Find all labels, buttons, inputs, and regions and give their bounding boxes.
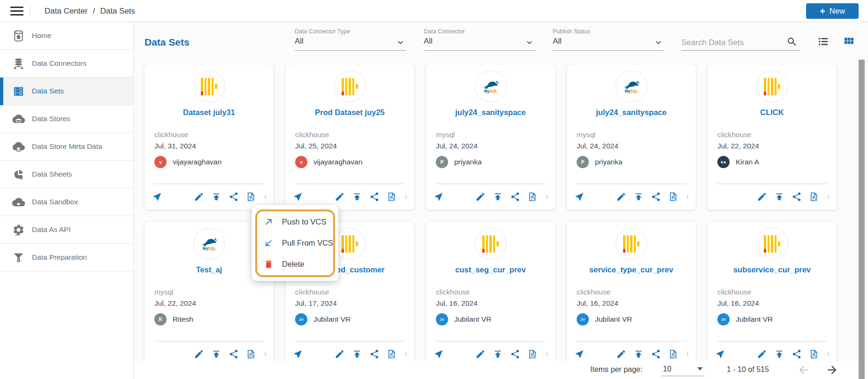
new-button[interactable]: + New xyxy=(806,3,859,19)
copy-filter-icon[interactable] xyxy=(246,192,256,202)
sidebar-item-data-stores[interactable]: Data Stores xyxy=(0,105,133,133)
sidebar-item-data-preparation[interactable]: Data Preparation xyxy=(0,244,133,271)
publish-icon[interactable] xyxy=(352,349,362,359)
send-icon[interactable] xyxy=(152,192,162,202)
send-icon[interactable] xyxy=(434,349,444,359)
more-options-icon[interactable] xyxy=(685,349,690,359)
edit-icon[interactable] xyxy=(475,192,486,202)
more-options-icon[interactable] xyxy=(404,349,408,359)
owner-name-label: Jubilant VR xyxy=(736,315,773,324)
menu-item-delete[interactable]: Delete xyxy=(252,254,338,275)
share-icon[interactable] xyxy=(792,192,802,202)
copy-filter-icon[interactable] xyxy=(809,349,819,359)
more-options-icon[interactable] xyxy=(263,349,267,359)
edit-icon[interactable] xyxy=(616,192,626,202)
copy-filter-icon[interactable] xyxy=(246,349,256,359)
connector-logo xyxy=(334,228,366,260)
publish-icon[interactable] xyxy=(633,192,644,202)
publish-icon[interactable] xyxy=(352,192,362,202)
send-icon[interactable] xyxy=(574,349,585,359)
send-icon[interactable] xyxy=(293,192,303,202)
more-options-icon[interactable] xyxy=(826,192,830,202)
more-options-icon[interactable] xyxy=(545,192,549,202)
share-icon[interactable] xyxy=(510,349,520,359)
dataset-name-link[interactable]: service_type_cur_prev xyxy=(569,265,694,274)
menu-item-pull-from-vcs[interactable]: Pull From VCS xyxy=(252,232,338,254)
edit-icon[interactable] xyxy=(757,192,767,202)
sidebar-item-home[interactable]: Home xyxy=(0,22,133,50)
sidebar-item-data-sheets[interactable]: Data Sheets xyxy=(0,161,133,188)
publish-icon[interactable] xyxy=(211,192,221,202)
filter-data-connector-type[interactable]: Data Connector Type All xyxy=(295,28,406,51)
dataset-name-link[interactable]: CLICK xyxy=(709,108,835,117)
filter-data-connector[interactable]: Data Connector All xyxy=(424,28,535,51)
card-divider xyxy=(435,184,546,184)
grid-view-icon[interactable] xyxy=(843,36,855,46)
share-icon[interactable] xyxy=(369,192,380,202)
share-icon[interactable] xyxy=(651,349,661,359)
publish-icon[interactable] xyxy=(493,349,503,359)
dataset-name-link[interactable]: Dataset july31 xyxy=(146,108,272,117)
copy-filter-icon[interactable] xyxy=(809,192,819,202)
search-input[interactable] xyxy=(681,38,780,47)
items-per-page-select[interactable]: 10 xyxy=(662,363,705,376)
edit-icon[interactable] xyxy=(194,349,204,359)
search-icon[interactable] xyxy=(786,36,798,47)
created-date-label: Jul, 22, 2024 xyxy=(717,142,759,150)
send-icon[interactable] xyxy=(574,192,585,202)
publish-icon[interactable] xyxy=(774,349,784,359)
sidebar-item-data-sets[interactable]: Data Sets xyxy=(0,77,133,105)
more-options-icon[interactable] xyxy=(685,192,690,202)
share-icon[interactable] xyxy=(228,349,239,359)
share-icon[interactable] xyxy=(369,349,380,359)
dataset-name-link[interactable]: Prod Dataset juy25 xyxy=(287,108,412,117)
list-view-icon[interactable] xyxy=(816,36,830,47)
breadcrumb-data-sets[interactable]: Data Sets xyxy=(100,7,135,16)
edit-icon[interactable] xyxy=(757,349,767,359)
menu-item-push-to-vcs[interactable]: Push to VCS xyxy=(252,211,338,232)
copy-filter-icon[interactable] xyxy=(668,349,678,359)
copy-filter-icon[interactable] xyxy=(527,349,538,359)
dataset-name-link[interactable]: july24_sanityspace xyxy=(428,108,553,117)
dataset-name-link[interactable]: subservice_cur_prev xyxy=(709,265,835,274)
edit-icon[interactable] xyxy=(475,349,486,359)
sidebar-item-data-connectors[interactable]: Data Connectors xyxy=(0,50,133,77)
share-icon[interactable] xyxy=(792,349,802,359)
publish-icon[interactable] xyxy=(774,192,784,202)
copy-filter-icon[interactable] xyxy=(527,192,538,202)
menu-item-label: Push to VCS xyxy=(282,217,326,226)
edit-icon[interactable] xyxy=(335,349,345,359)
share-icon[interactable] xyxy=(228,192,239,202)
previous-page-icon[interactable] xyxy=(797,364,810,376)
dataset-name-link[interactable]: july24_sanityspace xyxy=(569,108,694,117)
share-icon[interactable] xyxy=(510,192,520,202)
connector-logo xyxy=(756,228,788,260)
edit-icon[interactable] xyxy=(194,192,204,202)
sidebar-item-data-store-meta-data[interactable]: </> Data Store Meta Data xyxy=(0,133,133,161)
edit-icon[interactable] xyxy=(616,349,626,359)
more-options-icon[interactable] xyxy=(545,349,549,359)
more-options-icon[interactable] xyxy=(826,349,830,359)
vertical-scrollbar[interactable] xyxy=(859,60,865,379)
publish-icon[interactable] xyxy=(493,192,503,202)
sidebar-item-data-sandbox[interactable]: Data Sandbox xyxy=(0,188,133,216)
publish-icon[interactable] xyxy=(633,349,644,359)
dataset-name-link[interactable]: cust_seg_cur_prev xyxy=(428,265,553,274)
copy-filter-icon[interactable] xyxy=(387,192,397,202)
more-options-icon[interactable] xyxy=(404,192,408,202)
more-options-icon[interactable] xyxy=(263,192,267,202)
copy-filter-icon[interactable] xyxy=(668,192,678,202)
send-icon[interactable] xyxy=(293,349,303,359)
breadcrumb-data-center[interactable]: Data Center xyxy=(45,7,88,16)
share-icon[interactable] xyxy=(651,192,661,202)
next-page-icon[interactable] xyxy=(826,364,838,376)
hamburger-icon[interactable] xyxy=(10,7,23,15)
filter-publish-status[interactable]: Publish Status All xyxy=(553,28,664,51)
connector-logo: MySQL xyxy=(616,70,647,102)
send-icon[interactable] xyxy=(434,192,444,202)
copy-filter-icon[interactable] xyxy=(387,349,397,359)
edit-icon[interactable] xyxy=(335,192,345,202)
send-icon[interactable] xyxy=(715,349,725,359)
sidebar-item-data-as-api[interactable]: API Data As API xyxy=(0,216,133,244)
publish-icon[interactable] xyxy=(211,349,221,359)
